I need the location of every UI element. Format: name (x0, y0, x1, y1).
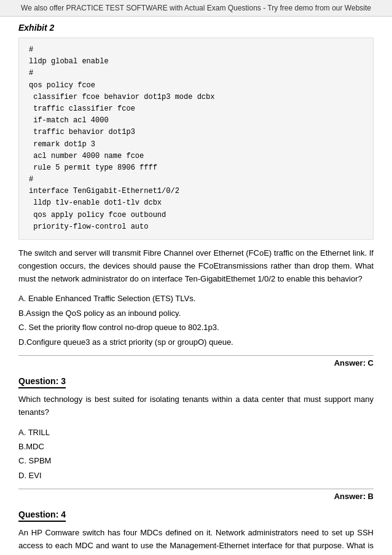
q2-option-a: A. Enable Enhanced Traffic Selection (ET… (18, 291, 374, 305)
top-banner: We also offer PRACTICE TEST SOFTWARE wit… (0, 0, 392, 17)
q2-option-b: B.Assign the QoS policy as an inbound po… (18, 306, 374, 320)
code-line-13: interface TenGigabit-Ethernet1/0/2 (29, 186, 363, 197)
code-line-7: if-match acl 4000 (29, 115, 363, 127)
question2-options: A. Enable Enhanced Traffic Selection (ET… (18, 291, 374, 349)
code-line-3: # (29, 68, 363, 79)
question2-section: The switch and server will transmit Fibr… (18, 247, 374, 370)
question3-header: Question: 3 (18, 376, 66, 388)
question3-section: Question: 3 Which technology is best sui… (18, 376, 374, 503)
q3-option-c: C. SPBM (18, 454, 374, 468)
question2-body: The switch and server will transmit Fibr… (18, 247, 374, 285)
q3-option-a: A. TRILL (18, 425, 374, 439)
code-line-12: # (29, 174, 363, 186)
code-line-11: rule 5 permit type 8906 ffff (29, 162, 363, 174)
code-line-6: traffic classifier fcoe (29, 103, 363, 115)
code-line-5: classifier fcoe behavior dot1p3 mode dcb… (29, 92, 363, 103)
q3-option-b: B.MDC (18, 439, 374, 454)
code-block: # lldp global enable # qos policy fcoe c… (18, 37, 374, 240)
code-line-1: # (29, 44, 363, 56)
question4-section: Question: 4 An HP Comware switch has fou… (18, 510, 374, 555)
code-line-14: lldp tlv-enable dot1-tlv dcbx (29, 197, 363, 209)
code-line-10: acl number 4000 name fcoe (29, 151, 363, 162)
question3-options: A. TRILL B.MDC C. SPBM D. EVI (18, 425, 374, 483)
code-line-8: traffic behavior dot1p3 (29, 127, 363, 138)
question3-body: Which technology is best suited for isol… (18, 393, 374, 419)
code-line-4: qos policy fcoe (29, 80, 363, 92)
question2-answer: Answer: C (18, 355, 374, 370)
code-line-9: remark dot1p 3 (29, 139, 363, 151)
question4-body: An HP Comware switch has four MDCs defin… (18, 527, 374, 555)
exhibit-label: Exhibit 2 (18, 23, 374, 33)
banner-text: We also offer PRACTICE TEST SOFTWARE wit… (21, 4, 371, 12)
code-line-2: lldp global enable (29, 56, 363, 68)
code-line-16: priority-flow-control auto (29, 221, 363, 233)
q3-option-d: D. EVI (18, 468, 374, 482)
q2-option-d: D.Configure queue3 as a strict priority … (18, 335, 374, 349)
question3-answer: Answer: B (18, 489, 374, 503)
q2-option-c: C. Set the priority flow control no-drop… (18, 320, 374, 334)
question4-header: Question: 4 (18, 510, 66, 522)
code-line-15: qos apply policy fcoe outbound (29, 210, 363, 221)
